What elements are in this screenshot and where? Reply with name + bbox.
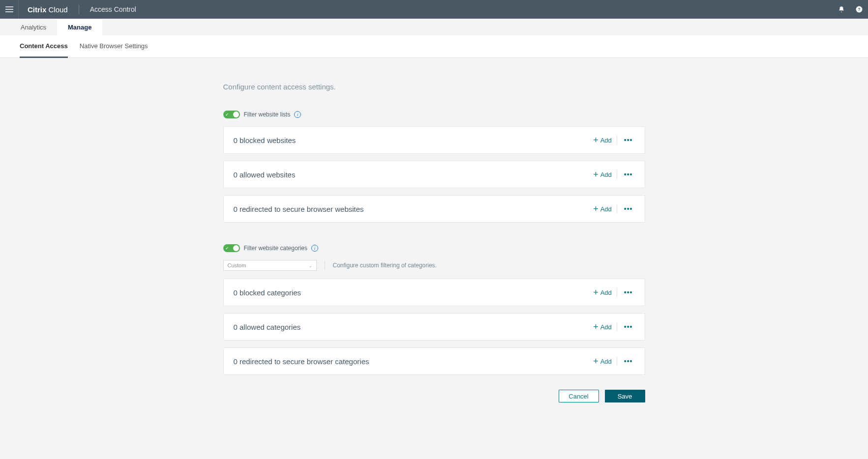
- add-button[interactable]: +Add: [593, 288, 612, 297]
- tab-manage[interactable]: Manage: [57, 19, 102, 35]
- add-label: Add: [600, 171, 612, 178]
- card-title: 0 blocked websites: [234, 136, 296, 144]
- separator: [617, 204, 617, 213]
- secondary-bar: Content Access Native Browser Settings: [0, 35, 868, 58]
- add-button[interactable]: +Add: [593, 357, 612, 366]
- separator: [325, 261, 325, 270]
- brand-light: Cloud: [49, 5, 68, 14]
- info-icon[interactable]: i: [311, 245, 318, 252]
- separator: [617, 322, 617, 331]
- more-button[interactable]: •••: [622, 171, 635, 178]
- select-value: Custom: [228, 262, 246, 268]
- toggle-row-website-lists: ✓ Filter website lists i: [223, 111, 645, 118]
- content: Configure content access settings. ✓ Fil…: [223, 58, 645, 422]
- save-button[interactable]: Save: [605, 390, 645, 402]
- more-button[interactable]: •••: [622, 323, 635, 331]
- separator: [617, 170, 617, 179]
- page-intro: Configure content access settings.: [223, 83, 645, 91]
- brand-bold: Citrix: [28, 5, 46, 14]
- ellipsis-icon: •••: [624, 205, 633, 213]
- footer-buttons: Cancel Save: [223, 390, 645, 402]
- plus-icon: +: [593, 322, 599, 331]
- info-icon[interactable]: i: [294, 111, 301, 118]
- add-label: Add: [600, 358, 612, 365]
- check-icon: ✓: [225, 246, 229, 251]
- help-button[interactable]: ?: [850, 0, 868, 19]
- category-preset-select[interactable]: Custom ⌄: [223, 260, 317, 271]
- ellipsis-icon: •••: [624, 288, 633, 296]
- card-title: 0 allowed websites: [234, 171, 296, 179]
- plus-icon: +: [593, 204, 599, 213]
- ellipsis-icon: •••: [624, 323, 633, 331]
- category-select-description: Configure custom filtering of categories…: [333, 262, 437, 269]
- bell-icon: [838, 6, 845, 13]
- chevron-down-icon: ⌄: [308, 263, 312, 268]
- card-actions: +Add •••: [593, 322, 634, 331]
- card-blocked-websites: 0 blocked websites +Add •••: [223, 126, 645, 154]
- card-allowed-websites: 0 allowed websites +Add •••: [223, 161, 645, 188]
- add-label: Add: [600, 205, 612, 213]
- more-button[interactable]: •••: [622, 288, 635, 296]
- card-actions: +Add •••: [593, 288, 634, 297]
- toggle-row-website-categories: ✓ Filter website categories i: [223, 244, 645, 252]
- card-title: 0 redirected to secure browser websites: [234, 205, 364, 213]
- more-button[interactable]: •••: [622, 136, 635, 144]
- svg-text:?: ?: [858, 7, 860, 12]
- separator: [617, 357, 617, 366]
- plus-icon: +: [593, 170, 599, 179]
- more-button[interactable]: •••: [622, 205, 635, 213]
- more-button[interactable]: •••: [622, 357, 635, 365]
- plus-icon: +: [593, 288, 599, 297]
- ellipsis-icon: •••: [624, 357, 633, 365]
- tab-analytics[interactable]: Analytics: [10, 19, 57, 35]
- subtab-content-access[interactable]: Content Access: [20, 35, 68, 58]
- toggle-website-lists[interactable]: ✓: [223, 111, 240, 118]
- card-redirected-categories: 0 redirected to secure browser categorie…: [223, 347, 645, 375]
- notifications-button[interactable]: [833, 0, 850, 19]
- primary-tabs: Analytics Manage: [0, 19, 868, 35]
- card-title: 0 redirected to secure browser categorie…: [234, 357, 369, 366]
- add-label: Add: [600, 323, 612, 331]
- add-button[interactable]: +Add: [593, 170, 612, 179]
- card-blocked-categories: 0 blocked categories +Add •••: [223, 279, 645, 306]
- card-redirected-websites: 0 redirected to secure browser websites …: [223, 195, 645, 223]
- separator: [617, 288, 617, 297]
- card-actions: +Add •••: [593, 204, 634, 213]
- card-title: 0 blocked categories: [234, 288, 301, 297]
- toggle-label-website-lists: Filter website lists: [244, 111, 291, 118]
- plus-icon: +: [593, 357, 599, 366]
- add-button[interactable]: +Add: [593, 204, 612, 213]
- add-button[interactable]: +Add: [593, 136, 612, 144]
- hamburger-icon: [5, 6, 13, 12]
- toggle-website-categories[interactable]: ✓: [223, 244, 240, 252]
- card-allowed-categories: 0 allowed categories +Add •••: [223, 313, 645, 341]
- separator: [617, 136, 617, 144]
- add-label: Add: [600, 137, 612, 144]
- divider: [79, 4, 79, 14]
- category-select-row: Custom ⌄ Configure custom filtering of c…: [223, 260, 645, 271]
- ellipsis-icon: •••: [624, 171, 633, 178]
- toggle-label-website-categories: Filter website categories: [244, 245, 307, 252]
- cancel-button[interactable]: Cancel: [559, 390, 599, 402]
- card-actions: +Add •••: [593, 136, 634, 144]
- plus-icon: +: [593, 136, 599, 144]
- header-section-title: Access Control: [81, 5, 145, 13]
- card-actions: +Add •••: [593, 357, 634, 366]
- add-button[interactable]: +Add: [593, 322, 612, 331]
- brand: Citrix Cloud: [19, 5, 77, 14]
- card-actions: +Add •••: [593, 170, 634, 179]
- add-label: Add: [600, 289, 612, 296]
- card-title: 0 allowed categories: [234, 323, 301, 331]
- help-icon: ?: [856, 6, 863, 13]
- check-icon: ✓: [225, 113, 229, 117]
- topbar: Citrix Cloud Access Control ?: [0, 0, 868, 19]
- ellipsis-icon: •••: [624, 136, 633, 144]
- menu-button[interactable]: [0, 0, 19, 19]
- subtab-native-browser-settings[interactable]: Native Browser Settings: [80, 35, 148, 58]
